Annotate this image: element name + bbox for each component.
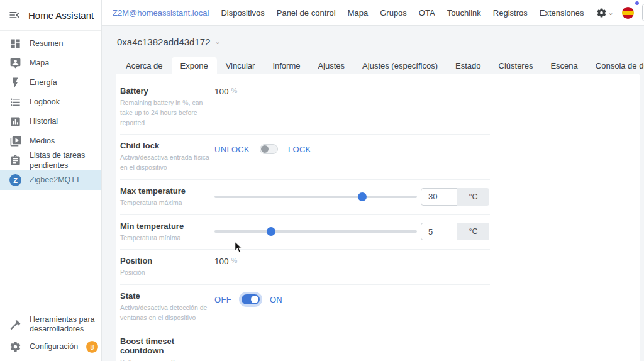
sidebar-item-zigbee2mqtt[interactable]: ZZigbee2MQTT [0, 170, 101, 190]
sidebar-item-resumen[interactable]: Resumen [0, 34, 101, 53]
sidebar-nav: ResumenMapaEnergíaLogbookHistorialMedios… [0, 31, 101, 190]
spanish-flag-icon[interactable] [622, 7, 634, 19]
menu-open-icon[interactable] [8, 9, 21, 21]
expose-title: Child lock [120, 141, 214, 150]
device-header[interactable]: 0xa4c1382add43d172 ⌄ [117, 36, 221, 47]
expose-label: Min temperatureTemperatura mínima [120, 221, 214, 243]
expose-row-boost-timeset-countdown: Boost timeset countdownSetting minimum 0… [120, 330, 490, 361]
settings-dropdown[interactable]: ⌄ [596, 8, 614, 18]
expose-description: Remaining battery in %, can take up to 2… [120, 98, 214, 128]
slider-value-input[interactable] [421, 223, 457, 240]
expose-label: Max temperatureTemperatura máxima [120, 186, 214, 208]
exposes-panel: BatteryRemaining battery in %, can take … [116, 74, 640, 361]
todo-list-icon [9, 155, 21, 167]
expose-row-min-temperature: Min temperatureTemperatura mínima°C [120, 215, 490, 250]
expose-control: m [214, 336, 490, 361]
topbar-nav-panel-de-control[interactable]: Panel de control [277, 8, 336, 18]
expose-description: Activa/desactiva detección de ventanas e… [120, 303, 214, 323]
topbar-nav-touchlink[interactable]: Touchlink [447, 8, 481, 18]
toggle-off-label: OFF [214, 295, 231, 304]
slider-track[interactable] [214, 196, 417, 198]
toggle-control: OFFON [214, 292, 282, 304]
sidebar-item-energ-a[interactable]: Energía [0, 73, 101, 92]
expose-row-position: PositionPosición100% [120, 250, 490, 285]
sidebar-item-herramientas-para-desarrolladores[interactable]: Herramientas para desarrolladores [0, 312, 101, 338]
hammer-icon [9, 319, 21, 331]
expose-description: Setting minimum 0 - maximum 120 minutes … [120, 358, 214, 361]
sidebar-item-configuraci-n[interactable]: Configuración8 [0, 338, 101, 356]
tab-acerca-de[interactable]: Acerca de [117, 57, 172, 75]
slider-thumb[interactable] [358, 192, 367, 201]
expose-value: 100 [214, 87, 229, 96]
toggle-switch[interactable] [242, 294, 260, 304]
slider-thumb[interactable] [267, 227, 275, 236]
expose-title: Max temperature [120, 186, 214, 196]
sidebar-item-label: Mapa [30, 58, 49, 69]
tab-vincular[interactable]: Vincular [217, 57, 264, 75]
chevron-down-icon: ⌄ [608, 9, 614, 16]
sidebar-item-label: Historial [30, 117, 58, 127]
device-tabs: Acerca deExponeVincularInformeAjustesAju… [117, 57, 644, 75]
sidebar-item-label: Energía [30, 78, 57, 88]
toggle-off-label: UNLOCK [214, 145, 250, 154]
app-title: Home Assistant [28, 10, 94, 21]
topbar-nav-grupos[interactable]: Grupos [380, 8, 407, 18]
exposes-rows: BatteryRemaining battery in %, can take … [120, 80, 490, 361]
tab-ajustes[interactable]: Ajustes [309, 57, 353, 75]
topbar-nav-dispositivos[interactable]: Dispositivos [221, 8, 264, 18]
recording-indicator-dot [635, 1, 639, 5]
sidebar-header: Home Assistant [0, 0, 101, 31]
toggle-knob [261, 145, 269, 153]
zigbee2mqtt-icon: Z [9, 174, 21, 186]
topbar-nav-extensiones[interactable]: Extensiones [540, 8, 584, 18]
tab-informe[interactable]: Informe [264, 57, 309, 75]
tab-expone[interactable]: Expone [172, 57, 217, 75]
tab-escena[interactable]: Escena [541, 57, 586, 75]
sidebar-item-logbook[interactable]: Logbook [0, 92, 101, 112]
tab-ajustes-espec-ficos-[interactable]: Ajustes (específicos) [353, 57, 447, 75]
sidebar-bottom-nav: Herramientas para desarrolladoresConfigu… [0, 308, 101, 361]
slider-unit: °C [457, 188, 489, 206]
tab-estado[interactable]: Estado [447, 57, 489, 75]
slider-value-input[interactable] [421, 188, 457, 206]
expose-title: Position [120, 256, 214, 265]
toggle-switch[interactable] [260, 144, 278, 154]
slider-track[interactable] [214, 230, 417, 233]
slider-input-group: °C [421, 223, 489, 240]
expose-label: StateActiva/desactiva detección de venta… [120, 291, 214, 323]
logbook-icon [9, 96, 21, 108]
tab-cl-steres[interactable]: Clústeres [490, 57, 542, 75]
topbar-nav-registros[interactable]: Registros [493, 8, 528, 18]
expose-control: 100% [214, 86, 490, 128]
expose-row-child-lock: Child lockActiva/desactiva entrada físic… [120, 135, 490, 180]
sidebar-item-medios[interactable]: Medios [0, 131, 101, 151]
topbar-nav-mapa[interactable]: Mapa [348, 8, 369, 18]
expose-description: Posición [120, 268, 214, 278]
toggle-on-label: LOCK [288, 145, 311, 154]
expose-description: Temperatura mínima [120, 233, 214, 243]
sidebar-item-listas-de-tareas-pendientes[interactable]: Listas de tareas pendientes [0, 151, 101, 170]
history-icon [9, 116, 21, 128]
notification-badge: 8 [86, 341, 98, 353]
sidebar-item-mapa[interactable]: Mapa [0, 53, 101, 73]
topbar-nav-ota[interactable]: OTA [419, 8, 435, 18]
map-icon [9, 57, 21, 69]
sidebar-item-historial[interactable]: Historial [0, 112, 101, 131]
sidebar-item-label: Listas de tareas pendientes [30, 151, 96, 170]
sidebar-item-label: Configuración [30, 342, 78, 352]
expose-control: °C [214, 186, 490, 208]
view-dashboard-icon [9, 38, 21, 50]
expose-row-battery: BatteryRemaining battery in %, can take … [120, 80, 490, 135]
media-icon [9, 135, 21, 147]
topbar-right: ⌄ Permitir unirse desde (Todos) ⌄ [596, 4, 644, 21]
sidebar-item-label: Resumen [30, 39, 64, 49]
gear-icon [9, 341, 21, 353]
expose-control: °C [214, 221, 490, 243]
device-id: 0xa4c1382add43d172 [117, 36, 210, 47]
tab-consola-de-desarrollo[interactable]: Consola de desarrollo [587, 57, 644, 75]
z2m-instance-link[interactable]: Z2M@homeassistant.local [113, 8, 209, 18]
topbar-nav: DispositivosPanel de controlMapaGruposOT… [221, 8, 584, 18]
expose-control: UNLOCKLOCK [214, 140, 490, 173]
sidebar: Home Assistant ResumenMapaEnergíaLogbook… [0, 0, 102, 361]
expose-label: BatteryRemaining battery in %, can take … [120, 86, 214, 128]
